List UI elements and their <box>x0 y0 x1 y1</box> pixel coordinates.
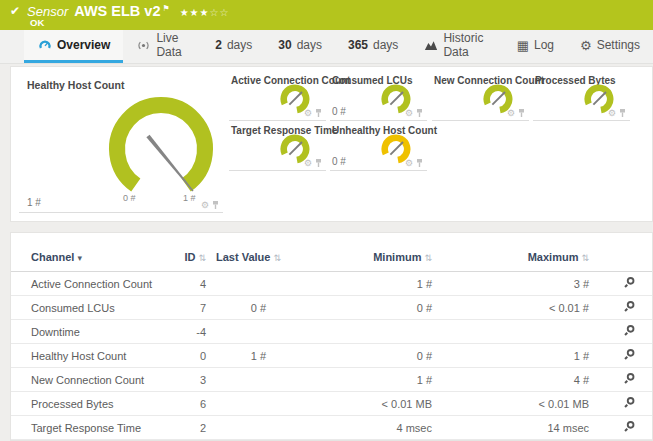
sort-desc-icon: ▾ <box>77 253 82 263</box>
channel-name-cell[interactable]: Target Response Time <box>11 416 176 440</box>
channel-minimum-cell: 0 # <box>276 296 442 320</box>
channel-name-cell[interactable]: Processed Bytes <box>11 392 176 416</box>
channel-id-cell: 7 <box>176 296 216 320</box>
gauge-last-value: 0 # <box>332 156 346 167</box>
pin-icon[interactable] <box>619 108 626 118</box>
channel-last-value-cell <box>216 272 276 296</box>
healthy-host-count-gauge <box>101 87 221 207</box>
sort-icon: ⇅ <box>581 253 589 263</box>
gauge-tile-processed-bytes[interactable]: Processed Bytes ⚙ <box>533 75 630 121</box>
channel-table-panel: Channel▾ ID⇅ Last Value⇅ Minimum⇅ Maximu… <box>10 232 653 441</box>
gauge-settings-gear-icon[interactable]: ⚙ <box>405 109 413 118</box>
pin-icon[interactable] <box>212 200 219 210</box>
channel-settings-icon[interactable] <box>623 420 636 433</box>
channel-last-value-cell <box>216 416 276 440</box>
tab-30-days[interactable]: 30 days <box>265 30 335 63</box>
tab-number: 30 <box>278 38 291 52</box>
column-header-minimum[interactable]: Minimum⇅ <box>276 243 442 272</box>
channel-maximum-cell <box>442 320 599 344</box>
gauge-needle <box>492 92 505 105</box>
channel-settings-icon[interactable] <box>623 372 636 385</box>
column-header-last-value[interactable]: Last Value⇅ <box>216 243 276 272</box>
pin-icon[interactable] <box>416 158 423 168</box>
channel-maximum-cell: < 0.01 MB <box>442 392 599 416</box>
tab-label: Log <box>534 38 554 52</box>
table-row: Target Response Time 2 4 msec 14 msec <box>11 416 652 440</box>
historic-chart-icon <box>424 38 438 53</box>
channel-maximum-cell: 4 # <box>442 368 599 392</box>
tab-label: days <box>297 38 322 52</box>
gauge-arc <box>117 105 205 185</box>
gauge-settings-gear-icon[interactable]: ⚙ <box>405 159 413 168</box>
sensor-title: AWS ELB v2 <box>74 3 160 19</box>
tab-overview[interactable]: Overview <box>24 30 123 63</box>
pin-icon[interactable] <box>315 108 322 118</box>
channel-id-cell: 3 <box>176 368 216 392</box>
channel-id-cell: 2 <box>176 416 216 440</box>
gauge-needle <box>390 142 403 155</box>
channel-id-cell: 4 <box>176 272 216 296</box>
priority-stars[interactable]: ★★★☆☆ <box>180 7 230 18</box>
pin-icon[interactable] <box>518 108 525 118</box>
table-row: Active Connection Count 4 1 # 3 # <box>11 272 652 296</box>
channel-maximum-cell: < 0.01 # <box>442 296 599 320</box>
gauge-tile-unhealthy-host-count[interactable]: Unhealthy Host Count 0 # ⚙ <box>330 125 427 171</box>
gauge-tile-active-connection-count[interactable]: Active Connection Count ⚙ <box>229 75 326 121</box>
channel-name-cell[interactable]: New Connection Count <box>11 368 176 392</box>
column-header-id[interactable]: ID⇅ <box>176 243 216 272</box>
channel-minimum-cell: < 0.01 MB <box>276 392 442 416</box>
gauge-settings-gear-icon[interactable]: ⚙ <box>304 109 312 118</box>
channel-settings-icon[interactable] <box>623 348 636 361</box>
table-row: New Connection Count 3 1 # 4 # <box>11 368 652 392</box>
tab-label: Settings <box>597 38 640 52</box>
gauge-last-value: 0 # <box>332 106 346 117</box>
channel-settings-icon[interactable] <box>623 324 636 337</box>
sensor-status-header: ✔ Sensor AWS ELB v2 ⚑ ★★★☆☆ OK <box>0 0 653 30</box>
sort-icon: ⇅ <box>198 253 206 263</box>
gauge-tile-consumed-lcus[interactable]: Consumed LCUs 0 # ⚙ <box>330 75 427 121</box>
gauge-tile-new-connection-count[interactable]: New Connection Count ⚙ <box>432 75 529 121</box>
channel-name-cell[interactable]: Downtime <box>11 320 176 344</box>
channel-minimum-cell: 1 # <box>276 272 442 296</box>
gauge-tile-healthy-host-count[interactable]: Healthy Host Count 0 # 1 # 1 # ⚙ <box>19 73 223 213</box>
gauge-settings-gear-icon[interactable]: ⚙ <box>304 159 312 168</box>
tab-log[interactable]: ▦ Log <box>504 30 567 63</box>
channel-maximum-cell: 1 # <box>442 344 599 368</box>
table-row: Healthy Host Count 0 1 # 0 # 1 # <box>11 344 652 368</box>
gauge-settings-gear-icon[interactable]: ⚙ <box>507 109 515 118</box>
table-header-row: Channel▾ ID⇅ Last Value⇅ Minimum⇅ Maximu… <box>11 243 652 272</box>
tab-2-days[interactable]: 2 days <box>202 30 265 63</box>
gauge-tile-target-response-time[interactable]: Target Response Time ⚙ <box>229 125 326 171</box>
channel-name-cell[interactable]: Active Connection Count <box>11 272 176 296</box>
channel-name-cell[interactable]: Consumed LCUs <box>11 296 176 320</box>
channel-name-cell[interactable]: Healthy Host Count <box>11 344 176 368</box>
status-check-icon: ✔ <box>10 4 20 18</box>
channel-settings-icon[interactable] <box>623 276 636 289</box>
log-table-icon: ▦ <box>517 39 529 52</box>
overview-gauge-icon <box>37 38 52 53</box>
gauge-needle <box>289 142 302 155</box>
tab-label: days <box>227 38 252 52</box>
pin-icon[interactable] <box>416 108 423 118</box>
channel-table: Channel▾ ID⇅ Last Value⇅ Minimum⇅ Maximu… <box>11 243 652 441</box>
sort-icon: ⇅ <box>273 253 281 263</box>
channel-maximum-cell: 14 msec <box>442 416 599 440</box>
channel-minimum-cell: 0 # <box>276 344 442 368</box>
tab-historic-data[interactable]: Historic Data <box>411 30 503 63</box>
gauge-needle <box>289 92 302 105</box>
tab-settings[interactable]: ⚙ Settings <box>567 30 653 63</box>
gauge-settings-gear-icon[interactable]: ⚙ <box>201 201 209 210</box>
tab-label: Overview <box>57 38 110 52</box>
channel-maximum-cell: 3 # <box>442 272 599 296</box>
tab-365-days[interactable]: 365 days <box>335 30 411 63</box>
gauge-settings-gear-icon[interactable]: ⚙ <box>608 109 616 118</box>
channel-minimum-cell <box>276 320 442 344</box>
pin-icon[interactable] <box>315 158 322 168</box>
column-header-channel[interactable]: Channel▾ <box>11 243 176 272</box>
priority-flag-icon[interactable]: ⚑ <box>162 4 169 13</box>
channel-settings-icon[interactable] <box>623 396 636 409</box>
channel-settings-icon[interactable] <box>623 300 636 313</box>
column-header-maximum[interactable]: Maximum⇅ <box>442 243 599 272</box>
tab-live-data[interactable]: Live Data <box>123 30 202 63</box>
channel-minimum-cell: 4 msec <box>276 416 442 440</box>
